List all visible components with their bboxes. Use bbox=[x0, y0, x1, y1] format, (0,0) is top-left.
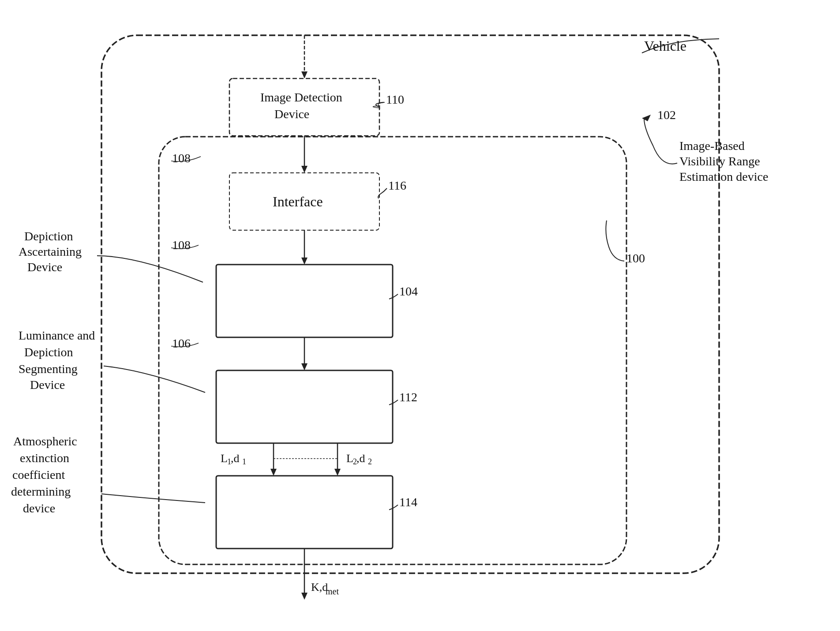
depiction-label: Depiction bbox=[24, 229, 73, 243]
ref-102: 102 bbox=[657, 108, 676, 122]
svg-text:Device: Device bbox=[27, 260, 62, 274]
svg-text:coefficient: coefficient bbox=[12, 468, 65, 482]
atmospheric-label: Atmospheric bbox=[13, 434, 77, 448]
vehicle-label: Vehicle bbox=[644, 38, 686, 54]
svg-marker-12 bbox=[301, 258, 308, 265]
svg-text:Depiction: Depiction bbox=[24, 345, 73, 359]
ref-104: 104 bbox=[399, 284, 418, 298]
svg-marker-5 bbox=[301, 71, 308, 78]
ref-112: 112 bbox=[399, 390, 417, 404]
svg-text:Device: Device bbox=[30, 378, 65, 392]
svg-marker-23 bbox=[270, 469, 277, 476]
svg-rect-13 bbox=[216, 265, 393, 337]
svg-text:Device: Device bbox=[274, 107, 309, 121]
interface-label: Interface bbox=[273, 194, 323, 209]
svg-rect-18 bbox=[216, 370, 393, 443]
ref-108a: 108 bbox=[172, 151, 191, 165]
svg-text:,d: ,d bbox=[356, 452, 365, 465]
image-based-label: Image-Based bbox=[679, 139, 745, 153]
svg-marker-17 bbox=[301, 363, 308, 370]
svg-marker-9 bbox=[301, 166, 308, 173]
ref-110: 110 bbox=[386, 93, 404, 106]
svg-text:Estimation device: Estimation device bbox=[679, 170, 768, 183]
svg-marker-39 bbox=[301, 593, 308, 600]
svg-text:1: 1 bbox=[242, 457, 246, 466]
diagram-container: Vehicle Image-Based Visibility Range Est… bbox=[0, 0, 840, 631]
luminance-label: Luminance and bbox=[19, 329, 95, 342]
svg-marker-25 bbox=[334, 469, 341, 476]
svg-text:extinction: extinction bbox=[20, 451, 69, 465]
ref-100: 100 bbox=[626, 251, 645, 265]
ref-108b: 108 bbox=[172, 238, 191, 252]
svg-text:2: 2 bbox=[368, 457, 372, 466]
image-detection-label: Image Detection bbox=[260, 90, 342, 104]
ref-116: 116 bbox=[388, 179, 406, 192]
svg-text:Segmenting: Segmenting bbox=[19, 362, 78, 376]
ref-106: 106 bbox=[172, 336, 191, 350]
svg-text:met: met bbox=[326, 586, 339, 596]
svg-text:Visibility Range: Visibility Range bbox=[679, 154, 760, 168]
l2d2-label: L bbox=[346, 452, 353, 465]
l1d1-label: L bbox=[221, 452, 228, 465]
svg-text:Ascertaining: Ascertaining bbox=[19, 245, 82, 258]
svg-text:,d: ,d bbox=[231, 452, 240, 465]
svg-rect-33 bbox=[216, 476, 393, 549]
ref-114: 114 bbox=[399, 495, 417, 509]
svg-text:determining: determining bbox=[11, 485, 71, 498]
svg-text:device: device bbox=[23, 501, 55, 515]
